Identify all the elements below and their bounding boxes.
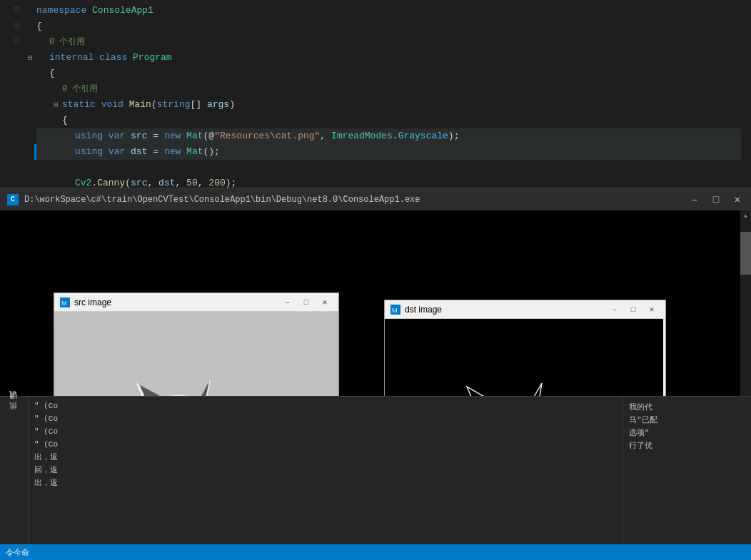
dst-image-window-buttons: – □ ✕ — [607, 304, 660, 315]
console-titlebar: C D:\workSpace\c#\train\OpenCVTest\Conso… — [0, 188, 751, 210]
src-image-title: src image — [74, 297, 276, 307]
debug-tab[interactable]: 调试 — [7, 401, 21, 409]
src-restore-button[interactable]: □ — [298, 297, 314, 308]
code-editor: ⊟ ⊟ ⊟ namespace ConsoleApp1 { 0 个引用 ⊟ — [0, 0, 751, 189]
note-line-1: 我的代 — [629, 401, 745, 414]
output-line-7: 出，返 — [34, 477, 617, 489]
code-line-7: ⊟ static void Main ( string [] args ) — [36, 97, 751, 113]
console-title: D:\workSpace\c#\train\OpenCVTest\Console… — [24, 195, 688, 205]
dst-image-title: dst image — [405, 305, 603, 315]
note-line-2: 马"已配 — [629, 414, 745, 427]
dst-minimize-button[interactable]: – — [607, 304, 623, 315]
console-icon: C — [7, 194, 19, 205]
code-line-9: using var src = new Mat (@ "Resources\ca… — [36, 128, 751, 144]
svg-text:M: M — [392, 307, 398, 314]
scrollbar-thumb[interactable] — [740, 232, 751, 275]
src-image-titlebar: M src image – □ ✕ — [54, 293, 338, 312]
code-lines: namespace ConsoleApp1 { 0 个引用 ⊟ internal… — [25, 0, 751, 189]
output-line-6: 回，返 — [34, 464, 617, 477]
line-numbers: ⊟ ⊟ ⊟ — [0, 0, 25, 189]
code-line-1: namespace ConsoleApp1 — [36, 3, 751, 19]
code-line-10: using var dst = new Mat (); — [34, 144, 751, 160]
right-notes-panel: 我的代 马"已配 选项" 行了优 — [623, 397, 751, 560]
editor-scrollbar[interactable] — [741, 0, 751, 189]
debug-output: " (Co " (Co " (Co " (Co 出，返 回，返 出，返 — [29, 397, 623, 560]
src-image-window-buttons: – □ ✕ — [280, 297, 333, 308]
code-line-5: { — [36, 66, 751, 81]
bottom-panel: 调试 未找 " (Co " (Co " (Co " (Co 出，返 回，返 出，… — [0, 396, 751, 560]
unfound-tab[interactable]: 未找 — [7, 412, 21, 421]
output-line-5: 出，返 — [34, 451, 617, 464]
console-minimize-button[interactable]: – — [688, 193, 701, 206]
dst-image-icon: M — [390, 305, 400, 315]
code-line-ref2: 0 个引用 — [36, 81, 751, 97]
code-line-4: ⊟ internal class Program — [36, 50, 751, 66]
output-line-1: " (Co — [34, 399, 617, 412]
output-line-3: " (Co — [34, 425, 617, 438]
output-line-4: " (Co — [34, 438, 617, 451]
code-line-ref1: 0 个引用 — [36, 34, 751, 50]
footer-text: 令今命 — [6, 547, 29, 558]
note-line-4: 行了优 — [629, 439, 745, 452]
console-maximize-button[interactable]: □ — [710, 193, 722, 206]
code-line-2: { — [36, 19, 751, 34]
output-line-2: " (Co — [34, 412, 617, 425]
dst-restore-button[interactable]: □ — [625, 304, 641, 315]
scrollbar-arrow-up[interactable]: ▲ — [740, 210, 751, 221]
svg-text:M: M — [61, 300, 67, 307]
src-close-button[interactable]: ✕ — [317, 297, 333, 308]
console-close-button[interactable]: ✕ — [731, 193, 744, 206]
console-window-buttons: – □ ✕ — [688, 193, 744, 206]
note-line-3: 选项" — [629, 427, 745, 439]
src-minimize-button[interactable]: – — [280, 297, 296, 308]
dst-close-button[interactable]: ✕ — [644, 304, 660, 315]
dst-image-titlebar: M dst image – □ ✕ — [385, 300, 665, 319]
status-bar: 令今命 — [0, 544, 751, 560]
bottom-tab-strip: 调试 未找 — [0, 397, 29, 560]
code-line-11 — [36, 160, 751, 175]
src-image-icon: M — [60, 297, 70, 307]
code-line-8: { — [36, 113, 751, 128]
